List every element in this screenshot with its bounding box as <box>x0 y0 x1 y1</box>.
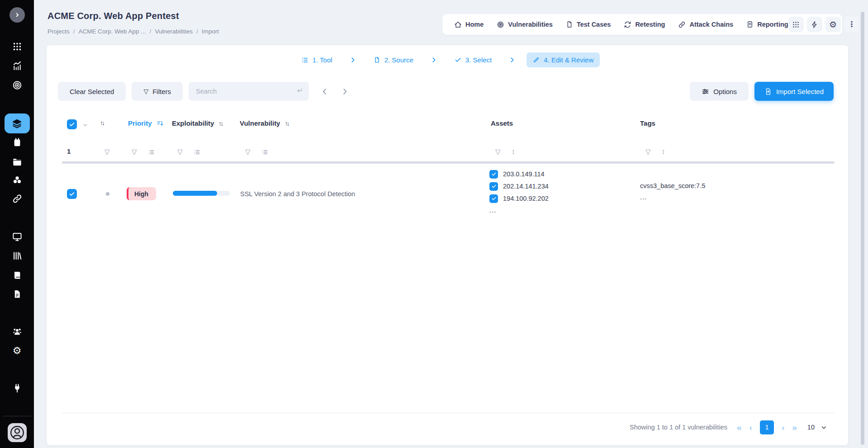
first-page-icon[interactable]: « <box>737 423 742 432</box>
funnel-filter-icon[interactable]: ▽ <box>245 148 251 156</box>
column-header-exploitability[interactable]: Exploitability ↑↓ <box>172 119 222 127</box>
asset-checkbox[interactable] <box>489 182 498 191</box>
sidebar-item-apps[interactable] <box>12 42 22 52</box>
plug-icon <box>12 383 22 393</box>
more-menu-button[interactable]: ⋮ <box>844 17 859 32</box>
quick-actions-button[interactable] <box>807 17 822 32</box>
sidebar-item-links[interactable] <box>12 193 22 204</box>
next-page-icon[interactable]: › <box>782 423 784 432</box>
breadcrumb-vulnerabilities[interactable]: Vulnerabilities <box>155 28 193 35</box>
expand-vertical-icon[interactable]: ↕ <box>662 147 665 155</box>
monitor-icon <box>12 231 22 242</box>
sidebar: ⚙ <box>0 0 34 448</box>
apps-grid-icon <box>792 21 800 28</box>
sidebar-item-users[interactable] <box>12 326 23 337</box>
asset-item: 202.14.141.234 <box>489 182 549 191</box>
assets-cell: 203.0.149.114 202.14.141.234 194.100.92.… <box>489 170 549 214</box>
list-filter-icon[interactable] <box>148 149 155 156</box>
column-header-vulnerability[interactable]: Vulnerability ↑↓ <box>240 119 288 127</box>
vertical-scrollbar[interactable] <box>861 12 864 445</box>
profile-avatar[interactable] <box>8 423 27 442</box>
library-books-icon <box>12 251 22 261</box>
nav-item-vulnerabilities[interactable]: Vulnerabilities <box>497 21 553 28</box>
top-navigation: Home Vulnerabilities Test Cases Retestin… <box>442 14 842 35</box>
layers-icon <box>12 118 22 129</box>
sidebar-item-analytics[interactable] <box>12 61 22 71</box>
sidebar-item-integrations[interactable] <box>12 383 22 393</box>
priority-badge: High <box>127 187 156 200</box>
nav-item-reporting[interactable]: Reporting <box>746 21 788 28</box>
pencil-icon <box>533 57 540 63</box>
sidebar-item-settings[interactable]: ⚙ <box>13 346 22 356</box>
clipboard-icon <box>12 137 22 147</box>
breadcrumb-import[interactable]: Import <box>202 28 219 35</box>
expand-vertical-icon[interactable]: ↕ <box>512 147 515 155</box>
apps-grid-icon <box>12 42 22 52</box>
nav-icon-buttons: ⚙ ⋮ <box>788 17 859 32</box>
sort-toggle-icon[interactable]: ↑↓ <box>100 119 104 127</box>
column-header-priority[interactable]: Priority <box>128 119 164 127</box>
sidebar-item-hosts[interactable] <box>12 231 22 242</box>
asset-checkbox[interactable] <box>489 194 498 203</box>
user-avatar-icon <box>9 424 25 441</box>
select-all-checkbox[interactable] <box>67 119 77 129</box>
search-input[interactable] <box>189 82 309 101</box>
list-icon <box>301 57 308 64</box>
funnel-filter-icon[interactable]: ▽ <box>495 148 501 156</box>
next-page-chevron-icon[interactable] <box>340 87 350 96</box>
return-key-icon[interactable]: ↵ <box>297 86 303 95</box>
sidebar-item-modules[interactable] <box>12 175 22 185</box>
nav-item-attack-chains[interactable]: Attack Chains <box>678 21 733 28</box>
exploitability-bar <box>173 191 230 196</box>
sidebar-item-tasks[interactable] <box>12 137 22 147</box>
row-checkbox[interactable] <box>67 189 77 199</box>
step-select[interactable]: 3. Select <box>448 52 498 67</box>
chain-link-icon <box>12 193 22 204</box>
list-filter-icon[interactable] <box>261 149 268 156</box>
vulnerability-name: SSL Version 2 and 3 Protocol Detection <box>240 190 355 198</box>
assets-more-ellipsis[interactable]: ... <box>489 206 549 214</box>
tags-more-ellipsis[interactable]: ... <box>640 193 705 201</box>
funnel-filter-icon[interactable]: ▽ <box>104 148 110 156</box>
funnel-filter-icon[interactable]: ▽ <box>132 148 137 156</box>
gear-icon: ⚙ <box>13 346 22 356</box>
document-icon <box>566 21 573 28</box>
breadcrumb-projects[interactable]: Projects <box>47 28 70 35</box>
column-header-tags[interactable]: Tags <box>640 119 655 127</box>
clear-selected-button[interactable]: Clear Selected <box>58 82 126 101</box>
filters-button[interactable]: ▽ Filters <box>132 82 183 101</box>
apps-grid-button[interactable] <box>788 17 804 32</box>
page-size-select[interactable]: 10 <box>807 424 827 431</box>
sidebar-item-layers-active[interactable] <box>5 113 30 133</box>
step-source[interactable]: 2. Source <box>367 52 420 67</box>
sidebar-collapse-toggle[interactable] <box>9 7 25 23</box>
selection-menu-chevron-icon[interactable] <box>82 122 88 128</box>
nav-item-test-cases[interactable]: Test Cases <box>566 21 611 28</box>
current-page-button[interactable]: 1 <box>760 420 774 434</box>
funnel-filter-icon[interactable]: ▽ <box>177 148 183 156</box>
import-selected-button[interactable]: Import Selected <box>754 82 834 101</box>
chevron-right-icon <box>509 57 516 63</box>
settings-button[interactable]: ⚙ <box>825 17 841 32</box>
sidebar-item-library[interactable] <box>12 251 22 261</box>
sidebar-divider <box>3 416 31 416</box>
sidebar-item-knowledge-base[interactable] <box>12 270 22 280</box>
column-header-assets[interactable]: Assets <box>491 119 513 127</box>
asset-checkbox[interactable] <box>489 170 498 179</box>
file-text-icon <box>12 289 22 299</box>
last-page-icon[interactable]: » <box>792 423 797 432</box>
funnel-filter-icon[interactable]: ▽ <box>645 148 651 156</box>
sidebar-item-target[interactable] <box>12 80 22 90</box>
prev-page-chevron-icon[interactable] <box>320 87 329 96</box>
list-filter-icon[interactable] <box>194 149 200 156</box>
sidebar-item-projects[interactable] <box>12 156 22 167</box>
previous-page-icon[interactable]: ‹ <box>749 423 752 432</box>
options-button[interactable]: Options <box>690 82 749 101</box>
sidebar-item-notes[interactable] <box>12 289 22 299</box>
nav-item-home[interactable]: Home <box>454 21 484 28</box>
nav-item-retesting[interactable]: Retesting <box>624 21 665 28</box>
sort-descending-active-icon <box>157 120 164 127</box>
step-tool[interactable]: 1. Tool <box>295 52 339 67</box>
step-edit-review[interactable]: 4. Edit & Review <box>526 52 600 67</box>
breadcrumb-project-name[interactable]: ACME Corp. Web App ... <box>79 28 146 35</box>
